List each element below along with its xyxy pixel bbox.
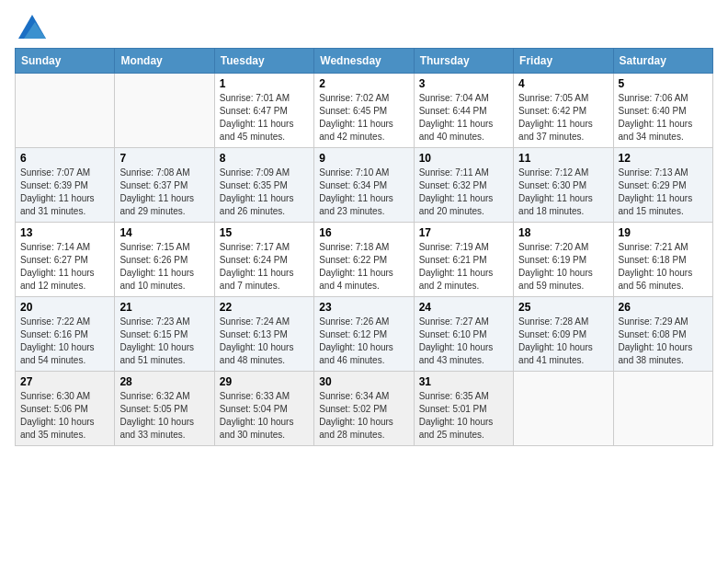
calendar-cell: 15Sunrise: 7:17 AMSunset: 6:24 PMDayligh… xyxy=(214,223,313,297)
day-info: Sunrise: 7:11 AMSunset: 6:32 PMDaylight:… xyxy=(419,167,508,218)
day-number: 23 xyxy=(319,301,408,314)
day-info: Sunrise: 7:09 AMSunset: 6:35 PMDaylight:… xyxy=(220,167,309,218)
day-info: Sunrise: 6:30 AMSunset: 5:06 PMDaylight:… xyxy=(20,390,109,442)
day-info: Sunrise: 6:35 AMSunset: 5:01 PMDaylight:… xyxy=(419,390,508,442)
calendar-cell: 23Sunrise: 7:26 AMSunset: 6:12 PMDayligh… xyxy=(314,297,414,372)
calendar-cell: 24Sunrise: 7:27 AMSunset: 6:10 PMDayligh… xyxy=(414,297,513,372)
day-info: Sunrise: 7:22 AMSunset: 6:16 PMDaylight:… xyxy=(20,316,109,367)
day-info: Sunrise: 7:04 AMSunset: 6:44 PMDaylight:… xyxy=(419,92,508,144)
day-info: Sunrise: 7:10 AMSunset: 6:34 PMDaylight:… xyxy=(319,167,408,218)
page-header xyxy=(15,15,713,39)
day-number: 7 xyxy=(119,152,209,165)
day-info: Sunrise: 7:07 AMSunset: 6:39 PMDaylight:… xyxy=(20,167,109,218)
day-number: 30 xyxy=(319,375,408,388)
calendar-week-row: 13Sunrise: 7:14 AMSunset: 6:27 PMDayligh… xyxy=(16,223,713,297)
day-number: 16 xyxy=(319,226,408,239)
calendar-cell xyxy=(613,372,712,446)
calendar-cell xyxy=(115,74,214,148)
calendar-cell: 13Sunrise: 7:14 AMSunset: 6:27 PMDayligh… xyxy=(16,223,115,297)
day-info: Sunrise: 7:21 AMSunset: 6:18 PMDaylight:… xyxy=(619,241,708,293)
calendar-cell: 26Sunrise: 7:29 AMSunset: 6:08 PMDayligh… xyxy=(613,297,712,372)
calendar-cell: 5Sunrise: 7:06 AMSunset: 6:40 PMDaylight… xyxy=(613,74,712,148)
calendar-cell: 2Sunrise: 7:02 AMSunset: 6:45 PMDaylight… xyxy=(314,74,414,148)
calendar-cell: 3Sunrise: 7:04 AMSunset: 6:44 PMDaylight… xyxy=(414,74,513,148)
calendar-cell: 1Sunrise: 7:01 AMSunset: 6:47 PMDaylight… xyxy=(214,74,313,148)
calendar-cell: 9Sunrise: 7:10 AMSunset: 6:34 PMDaylight… xyxy=(314,148,414,223)
day-number: 13 xyxy=(20,226,109,239)
logo-icon xyxy=(18,15,46,39)
day-info: Sunrise: 6:34 AMSunset: 5:02 PMDaylight:… xyxy=(319,390,408,442)
calendar-cell: 11Sunrise: 7:12 AMSunset: 6:30 PMDayligh… xyxy=(514,148,613,223)
calendar-week-row: 6Sunrise: 7:07 AMSunset: 6:39 PMDaylight… xyxy=(16,148,713,223)
calendar-cell: 18Sunrise: 7:20 AMSunset: 6:19 PMDayligh… xyxy=(514,223,613,297)
calendar-cell: 6Sunrise: 7:07 AMSunset: 6:39 PMDaylight… xyxy=(16,148,115,223)
day-info: Sunrise: 7:14 AMSunset: 6:27 PMDaylight:… xyxy=(20,241,109,293)
day-number: 28 xyxy=(119,375,209,388)
day-info: Sunrise: 7:27 AMSunset: 6:10 PMDaylight:… xyxy=(419,316,508,367)
calendar-cell: 22Sunrise: 7:24 AMSunset: 6:13 PMDayligh… xyxy=(214,297,313,372)
day-number: 27 xyxy=(20,375,109,388)
calendar-cell: 25Sunrise: 7:28 AMSunset: 6:09 PMDayligh… xyxy=(514,297,613,372)
day-number: 8 xyxy=(220,152,309,165)
day-number: 17 xyxy=(419,226,508,239)
calendar-cell: 20Sunrise: 7:22 AMSunset: 6:16 PMDayligh… xyxy=(16,297,115,372)
calendar-cell: 28Sunrise: 6:32 AMSunset: 5:05 PMDayligh… xyxy=(115,372,214,446)
calendar-cell: 29Sunrise: 6:33 AMSunset: 5:04 PMDayligh… xyxy=(214,372,313,446)
day-info: Sunrise: 7:26 AMSunset: 6:12 PMDaylight:… xyxy=(319,316,408,367)
day-number: 4 xyxy=(518,77,608,90)
weekday-header: Tuesday xyxy=(214,49,313,74)
calendar-cell: 7Sunrise: 7:08 AMSunset: 6:37 PMDaylight… xyxy=(115,148,214,223)
day-info: Sunrise: 7:13 AMSunset: 6:29 PMDaylight:… xyxy=(619,167,708,218)
weekday-header: Wednesday xyxy=(314,49,414,74)
day-number: 2 xyxy=(319,77,408,90)
day-number: 22 xyxy=(220,301,309,314)
day-number: 9 xyxy=(319,152,408,165)
day-number: 20 xyxy=(20,301,109,314)
calendar-cell: 19Sunrise: 7:21 AMSunset: 6:18 PMDayligh… xyxy=(613,223,712,297)
weekday-header: Thursday xyxy=(414,49,513,74)
calendar-cell: 10Sunrise: 7:11 AMSunset: 6:32 PMDayligh… xyxy=(414,148,513,223)
calendar-cell: 14Sunrise: 7:15 AMSunset: 6:26 PMDayligh… xyxy=(115,223,214,297)
calendar-cell xyxy=(16,74,115,148)
weekday-header: Saturday xyxy=(613,49,712,74)
day-number: 18 xyxy=(518,226,608,239)
calendar-table: SundayMondayTuesdayWednesdayThursdayFrid… xyxy=(15,48,713,446)
day-info: Sunrise: 7:17 AMSunset: 6:24 PMDaylight:… xyxy=(220,241,309,293)
day-number: 31 xyxy=(419,375,508,388)
day-number: 25 xyxy=(518,301,608,314)
day-info: Sunrise: 7:28 AMSunset: 6:09 PMDaylight:… xyxy=(518,316,608,367)
day-number: 3 xyxy=(419,77,508,90)
day-info: Sunrise: 7:29 AMSunset: 6:08 PMDaylight:… xyxy=(619,316,708,367)
day-number: 14 xyxy=(119,226,209,239)
day-number: 26 xyxy=(619,301,708,314)
calendar-cell: 17Sunrise: 7:19 AMSunset: 6:21 PMDayligh… xyxy=(414,223,513,297)
day-info: Sunrise: 7:06 AMSunset: 6:40 PMDaylight:… xyxy=(619,92,708,144)
day-info: Sunrise: 6:33 AMSunset: 5:04 PMDaylight:… xyxy=(220,390,309,442)
day-info: Sunrise: 7:24 AMSunset: 6:13 PMDaylight:… xyxy=(220,316,309,367)
calendar-cell: 30Sunrise: 6:34 AMSunset: 5:02 PMDayligh… xyxy=(314,372,414,446)
day-number: 19 xyxy=(619,226,708,239)
day-info: Sunrise: 7:18 AMSunset: 6:22 PMDaylight:… xyxy=(319,241,408,293)
day-number: 1 xyxy=(220,77,309,90)
calendar-week-row: 1Sunrise: 7:01 AMSunset: 6:47 PMDaylight… xyxy=(16,74,713,148)
day-info: Sunrise: 6:32 AMSunset: 5:05 PMDaylight:… xyxy=(119,390,209,442)
calendar-cell: 21Sunrise: 7:23 AMSunset: 6:15 PMDayligh… xyxy=(115,297,214,372)
calendar-cell: 12Sunrise: 7:13 AMSunset: 6:29 PMDayligh… xyxy=(613,148,712,223)
day-number: 29 xyxy=(220,375,309,388)
day-info: Sunrise: 7:05 AMSunset: 6:42 PMDaylight:… xyxy=(518,92,608,144)
calendar-cell: 16Sunrise: 7:18 AMSunset: 6:22 PMDayligh… xyxy=(314,223,414,297)
day-info: Sunrise: 7:01 AMSunset: 6:47 PMDaylight:… xyxy=(220,92,309,144)
day-info: Sunrise: 7:23 AMSunset: 6:15 PMDaylight:… xyxy=(119,316,209,367)
day-info: Sunrise: 7:19 AMSunset: 6:21 PMDaylight:… xyxy=(419,241,508,293)
day-info: Sunrise: 7:12 AMSunset: 6:30 PMDaylight:… xyxy=(518,167,608,218)
weekday-header: Monday xyxy=(115,49,214,74)
day-number: 10 xyxy=(419,152,508,165)
calendar-cell: 31Sunrise: 6:35 AMSunset: 5:01 PMDayligh… xyxy=(414,372,513,446)
day-number: 6 xyxy=(20,152,109,165)
logo xyxy=(15,15,46,39)
day-number: 21 xyxy=(119,301,209,314)
day-info: Sunrise: 7:08 AMSunset: 6:37 PMDaylight:… xyxy=(119,167,209,218)
calendar-cell: 8Sunrise: 7:09 AMSunset: 6:35 PMDaylight… xyxy=(214,148,313,223)
calendar-cell xyxy=(514,372,613,446)
day-number: 12 xyxy=(619,152,708,165)
